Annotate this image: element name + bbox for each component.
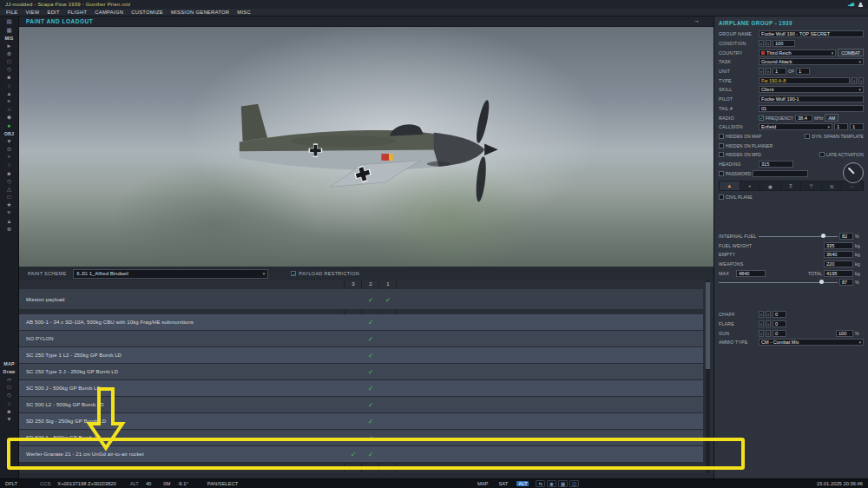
skill-select[interactable]: Client ▾: [759, 86, 864, 93]
payload-row[interactable]: SD 500 A - 500kg GP Bomb LD✓: [19, 430, 703, 446]
map-view-button[interactable]: MAP: [476, 481, 490, 486]
tail-number-input[interactable]: 01: [759, 105, 864, 112]
tool-icon[interactable]: ◇: [2, 177, 17, 185]
payload-row[interactable]: SC 500 L2 - 500kg GP Bomb LD✓: [19, 397, 703, 413]
tool-icon[interactable]: ○: [2, 399, 17, 407]
hidden-on-map-checkbox[interactable]: [719, 134, 724, 139]
tool-icon[interactable]: ■: [2, 407, 17, 415]
radio-checkbox[interactable]: [759, 115, 764, 121]
tool-icon[interactable]: ○: [2, 162, 17, 169]
load-percent-input[interactable]: 87: [839, 279, 853, 286]
statusbar-toggle-icon-1[interactable]: ◉: [547, 480, 556, 487]
scrollbar-thumb[interactable]: [706, 282, 710, 369]
flare-input[interactable]: 0: [773, 320, 786, 327]
tool-icon[interactable]: ⊙: [2, 146, 17, 154]
combat-button[interactable]: COMBAT: [838, 49, 864, 56]
decrement-button[interactable]: ‹: [759, 40, 764, 47]
hidden-on-mfd-checkbox[interactable]: [719, 152, 724, 157]
menu-misc[interactable]: MISC: [237, 10, 251, 15]
decrement-button[interactable]: ‹: [759, 311, 764, 318]
menu-file[interactable]: FILE: [6, 10, 17, 15]
tool-icon[interactable]: ▤: [2, 18, 17, 26]
tool-icon[interactable]: ▲: [2, 217, 17, 225]
tool-icon[interactable]: ▼: [2, 416, 17, 424]
gun-percent-input[interactable]: 100: [836, 330, 853, 337]
payload-row[interactable]: AB 500-1 - 34 x SD-10A, 500kg CBU with 1…: [19, 314, 703, 331]
tool-icon[interactable]: ▼: [2, 137, 17, 145]
payload-row[interactable]: SC 500 J - 500kg GP Bomb LD✓: [19, 380, 703, 397]
tool-icon[interactable]: ▱: [2, 376, 17, 384]
pilot-input[interactable]: Focke Wulf 190-1: [759, 96, 864, 102]
payload-row[interactable]: NO PYLON✓: [19, 331, 703, 347]
slider-handle[interactable]: [821, 234, 825, 238]
password-input[interactable]: [753, 170, 808, 177]
tool-icon[interactable]: ■: [2, 169, 17, 177]
statusbar-toggle-icon-3[interactable]: ◫: [569, 480, 579, 487]
tool-icon[interactable]: ◇: [2, 66, 17, 74]
increment-button[interactable]: ›: [766, 320, 771, 327]
payload-row[interactable]: SC 250 Type 1 L2 - 250kg GP Bomb LD✓: [19, 347, 703, 364]
loadout-tab-4-icon[interactable]: ⊤: [801, 181, 822, 190]
tool-icon[interactable]: ▲: [2, 90, 17, 98]
increment-button[interactable]: ›: [766, 40, 771, 47]
menu-edit[interactable]: EDIT: [47, 10, 59, 15]
loadout-tab-1-icon[interactable]: +: [740, 181, 761, 190]
tool-icon[interactable]: □: [2, 58, 17, 66]
civil-plane-checkbox[interactable]: [719, 195, 724, 200]
flight-number-input[interactable]: 1: [850, 123, 864, 130]
menu-campaign[interactable]: CAMPAIGN: [95, 10, 123, 15]
dyn-spawn-checkbox[interactable]: [805, 134, 810, 139]
tool-icon[interactable]: □: [2, 194, 17, 201]
heading-compass[interactable]: [843, 162, 864, 183]
increment-button[interactable]: ›: [766, 311, 771, 318]
payload-restriction-checkbox[interactable]: [291, 271, 296, 276]
statusbar-toggle-icon-2[interactable]: ▦: [558, 480, 568, 487]
late-activation-checkbox[interactable]: [819, 152, 825, 157]
tool-icon[interactable]: ◇: [2, 392, 17, 399]
tool-icon[interactable]: ■: [2, 74, 17, 82]
country-select[interactable]: Third Reich ▾: [759, 49, 836, 56]
tool-icon[interactable]: ★: [2, 201, 17, 209]
ammo-type-select[interactable]: CM - Combat Mix ▾: [759, 339, 864, 346]
decrement-button[interactable]: ‹: [759, 68, 764, 75]
callsign-number-input[interactable]: 1: [834, 123, 848, 130]
mission-payload-row[interactable]: Mission payload✓✓: [19, 289, 703, 310]
menu-mission-generator[interactable]: MISSION GENERATOR: [171, 10, 229, 15]
task-select[interactable]: Ground Attack ▾: [759, 58, 864, 65]
statusbar-toggle-icon-0[interactable]: ⇆: [536, 480, 545, 487]
alt-view-button[interactable]: ALT: [516, 481, 529, 486]
password-checkbox[interactable]: [719, 171, 724, 176]
payload-row[interactable]: SD 250 Stg - 250kg GP Bomb LD✓: [19, 413, 703, 430]
tool-icon[interactable]: ≡: [2, 98, 17, 106]
menu-view[interactable]: VIEW: [25, 10, 39, 15]
tool-icon[interactable]: ○: [2, 82, 17, 89]
frequency-input[interactable]: 38.4: [795, 115, 812, 122]
loadout-tab-3-icon[interactable]: Σ: [781, 181, 802, 190]
loadout-tab-5-icon[interactable]: ≋: [822, 181, 843, 190]
gun-input[interactable]: 0: [773, 330, 786, 337]
next-type-button[interactable]: ›: [858, 77, 864, 84]
tool-icon[interactable]: ▦: [2, 26, 17, 34]
tool-icon[interactable]: ►: [2, 42, 17, 49]
payload-row[interactable]: Werfer-Granate 21 - 21 cm UnGd air-to-ai…: [19, 446, 703, 463]
type-value[interactable]: Fw 190 A-8: [759, 77, 850, 84]
loadout-tab-0-icon[interactable]: ▲: [720, 181, 740, 190]
mode-indicator[interactable]: DFLT: [5, 481, 17, 486]
collapse-panel-arrow-icon[interactable]: →: [694, 17, 700, 23]
chaff-input[interactable]: 0: [773, 311, 786, 318]
tool-icon[interactable]: ●: [2, 122, 17, 129]
increment-button[interactable]: ›: [766, 68, 771, 75]
table-scrollbar[interactable]: [706, 280, 710, 473]
fuel-slider[interactable]: [759, 233, 838, 240]
callsign-select[interactable]: Enfield ▾: [759, 123, 832, 130]
sat-view-button[interactable]: SAT: [496, 481, 510, 486]
tool-icon[interactable]: ⊗: [2, 226, 17, 234]
load-slider[interactable]: [719, 279, 838, 286]
unit-total-input[interactable]: 1: [796, 68, 810, 75]
tool-icon[interactable]: ⊕: [2, 50, 17, 58]
tool-icon[interactable]: +: [2, 154, 17, 162]
slider-handle[interactable]: [819, 280, 824, 284]
group-name-input[interactable]: Focke Wulf 190 - TOP SECRET: [759, 30, 864, 37]
menu-flight[interactable]: FLIGHT: [68, 10, 87, 15]
tool-icon[interactable]: ≡: [2, 209, 17, 217]
